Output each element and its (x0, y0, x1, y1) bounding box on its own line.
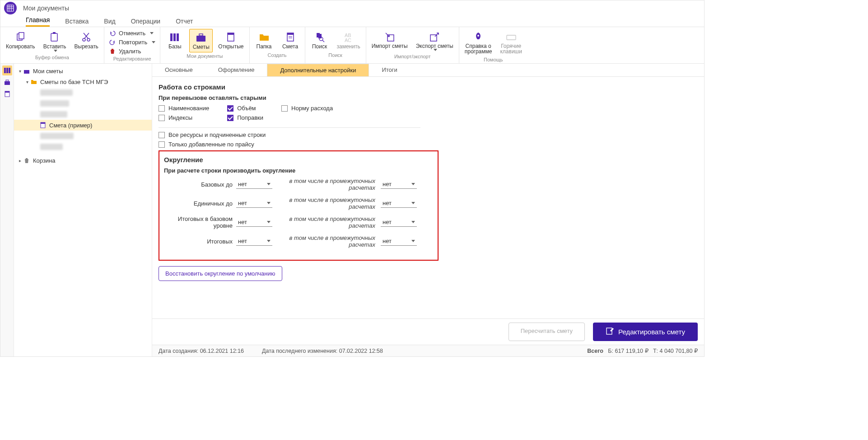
rounding-label: Итоговых в базовом уровне (159, 215, 236, 229)
import-button[interactable]: Импорт сметы (369, 29, 411, 51)
checkbox-icon (159, 115, 165, 121)
paste-icon (48, 31, 61, 43)
recalculate-button[interactable]: Пересчитать смету (509, 323, 585, 341)
document-icon (224, 31, 237, 43)
tree-item[interactable] (14, 131, 152, 141)
checkbox-popravki[interactable]: Поправки (227, 114, 263, 121)
rounding-dropdown[interactable]: нет (236, 199, 272, 208)
svg-line-12 (84, 33, 88, 38)
menu-item-main[interactable]: Главная (26, 16, 50, 27)
tab-main[interactable]: Основные (152, 64, 205, 76)
rounding-label: Единичных до (159, 200, 236, 207)
cut-button[interactable]: Вырезать (72, 29, 101, 51)
briefcase-icon (23, 67, 30, 75)
collapse-icon[interactable]: ▾ (24, 80, 30, 84)
books-icon (168, 31, 181, 43)
tree-item-selected[interactable]: Смета (пример) (14, 120, 152, 131)
rounding-dropdown[interactable]: нет (381, 237, 417, 246)
ribbon-group-edit: Отменить Повторить Удалить Редактировани… (104, 27, 160, 63)
export-icon (428, 31, 441, 43)
ribbon-group-impexp: Импорт сметы Экспорт сметы Импорт/экспор… (366, 27, 459, 63)
checkbox-name[interactable]: Наименование (159, 105, 209, 112)
checkbox-indexes[interactable]: Индексы (159, 114, 209, 121)
rounding-row: Единичных донетв том числе в промежуточн… (159, 197, 431, 210)
redo-button[interactable]: Повторить (107, 38, 157, 46)
briefcase-icon (195, 31, 207, 44)
svg-point-10 (87, 38, 90, 41)
created-value: 06.12.2021 12:16 (200, 348, 244, 354)
menu-item-insert[interactable]: Вставка (65, 18, 89, 27)
svg-rect-0 (7, 5, 14, 11)
total-label: Всего (587, 348, 603, 354)
section-title-rounding: Округление (159, 156, 431, 164)
rounding-section: Округление При расчете строки производит… (159, 150, 439, 261)
checkbox-all-resources[interactable]: Все ресурсы и подчиненные строки (159, 131, 704, 138)
tree-trash[interactable]: ▸ Корзина (14, 155, 152, 166)
new-smeta-button[interactable]: Смета (279, 29, 302, 51)
modified-value: 07.02.2022 12:58 (339, 348, 383, 354)
menu-item-report[interactable]: Отчет (176, 18, 193, 27)
smety-button[interactable]: Сметы (189, 29, 213, 52)
tree-item[interactable] (14, 141, 152, 152)
open-button[interactable]: Открытые (215, 29, 246, 51)
checkbox-volume[interactable]: Объём (227, 105, 263, 112)
svg-rect-41 (5, 91, 9, 93)
rounding-dropdown[interactable]: нет (236, 237, 272, 246)
svg-rect-13 (112, 49, 113, 50)
search-button[interactable]: Поиск (308, 29, 331, 51)
svg-line-11 (84, 33, 89, 38)
chevron-down-icon (411, 183, 415, 185)
side-tab-doc[interactable] (2, 89, 12, 99)
rounding-dropdown[interactable]: нет (381, 199, 417, 208)
folder-icon (30, 78, 37, 85)
tree-root[interactable]: ▾ Мои сметы (14, 66, 152, 76)
ribbon-group-label: Помощь (484, 57, 503, 62)
tab-design[interactable]: Оформление (205, 64, 267, 76)
ribbon-group-help: Справка опрограмме Горячиеклавиши Помощь (459, 27, 527, 63)
chevron-down-icon (150, 32, 154, 34)
tree-item[interactable] (14, 109, 152, 120)
about-button[interactable]: Справка опрограмме (462, 29, 495, 56)
title-bar: Мои документы (0, 0, 704, 16)
menu-item-view[interactable]: Вид (104, 18, 115, 27)
rounding-dropdown[interactable]: нет (236, 218, 272, 227)
menu-item-ops[interactable]: Операции (131, 18, 161, 27)
tab-totals[interactable]: Итоги (369, 64, 410, 76)
cut-icon (80, 31, 93, 43)
tab-additional[interactable]: Дополнительные настройки (267, 64, 369, 76)
rounding-dropdown[interactable]: нет (381, 218, 417, 227)
svg-rect-15 (173, 33, 176, 41)
rounding-dropdown[interactable]: нет (236, 180, 272, 189)
checkbox-only-added[interactable]: Только добавленные по прайсу (159, 141, 704, 148)
undo-button[interactable]: Отменить (107, 29, 157, 37)
chevron-down-icon (434, 49, 437, 51)
restore-rounding-button[interactable]: Восстановить округление по умолчанию (159, 266, 282, 281)
new-folder-button[interactable]: Папка (252, 29, 276, 51)
side-tab-bases[interactable] (2, 66, 12, 75)
export-button[interactable]: Экспорт сметы (413, 29, 456, 53)
svg-point-33 (477, 35, 479, 37)
chevron-down-icon (411, 221, 415, 223)
tree-item[interactable] (14, 87, 152, 98)
ribbon-group-label: Поиск (328, 52, 342, 58)
tree-item[interactable] (14, 98, 152, 109)
delete-button[interactable]: Удалить (107, 47, 157, 55)
tree-folder[interactable]: ▾ Сметы по базе ТСН МГЭ (14, 76, 152, 87)
collapse-icon[interactable]: ▾ (17, 69, 23, 74)
checkbox-norm[interactable]: Норму расхода (281, 105, 333, 112)
rounding-row: Итоговыхнетв том числе в промежуточных р… (159, 234, 431, 248)
ribbon-group-label: Буфер обмена (35, 55, 69, 60)
expand-icon[interactable]: ▸ (17, 158, 23, 163)
svg-point-9 (83, 38, 85, 41)
copy-button[interactable]: Копировать (3, 29, 38, 51)
trash-icon (109, 47, 116, 55)
section-subtitle: При расчете строки производить округлени… (159, 167, 431, 174)
paste-button[interactable]: Вставить (41, 29, 69, 54)
edit-smeta-button[interactable]: Редактировать смету (593, 323, 698, 341)
rounding-label: Итоговых (159, 238, 236, 245)
chevron-down-icon (411, 202, 415, 204)
side-tab-briefcase[interactable] (2, 77, 12, 87)
ribbon-group-clipboard: Копировать Вставить Вырезать Буфер обмен… (0, 27, 104, 63)
bases-button[interactable]: Базы (163, 29, 187, 51)
rounding-dropdown[interactable]: нет (381, 180, 417, 189)
